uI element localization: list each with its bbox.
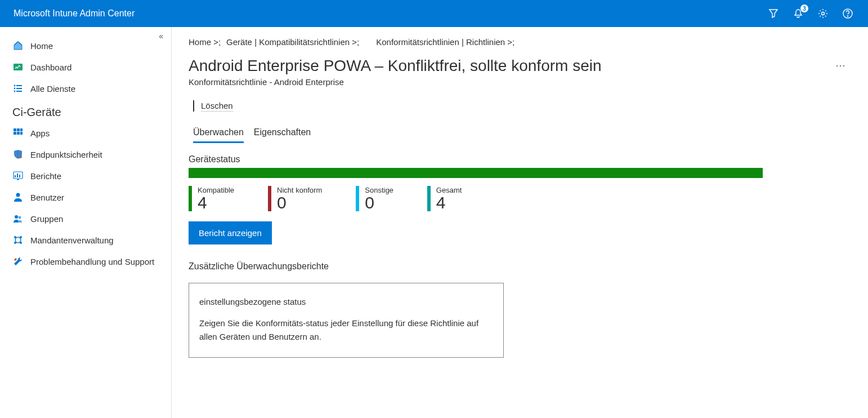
- sidebar-item-tenant[interactable]: Mandantenverwaltung: [0, 229, 171, 251]
- status-progress-bar: [189, 168, 763, 178]
- sidebar-item-label: Problembehandlung und Support: [30, 257, 154, 266]
- sidebar-item-label: Benutzer: [30, 193, 64, 202]
- svg-point-26: [14, 236, 16, 238]
- card-body: Zeigen Sie die Konformitäts-status jeder…: [199, 317, 493, 344]
- svg-rect-15: [20, 132, 23, 135]
- svg-point-4: [14, 85, 16, 87]
- sidebar-item-apps[interactable]: Apps: [0, 122, 171, 144]
- sidebar-item-alldienste[interactable]: Alle Dienste: [0, 78, 171, 99]
- settings-gear-icon[interactable]: [816, 7, 830, 20]
- sidebar-group-heading: Ci-Geräte: [0, 99, 171, 122]
- stat-value: 4: [436, 194, 462, 211]
- sidebar-item-label: Berichte: [30, 171, 61, 181]
- more-actions-icon[interactable]: ⋯: [830, 57, 851, 74]
- group-icon: [12, 213, 24, 224]
- breadcrumb-item[interactable]: Geräte | Kompatibilitätsrichtlinien >;: [226, 37, 359, 47]
- svg-rect-5: [16, 85, 22, 86]
- user-icon: [12, 192, 24, 203]
- wrench-icon: [12, 256, 24, 267]
- svg-rect-9: [16, 91, 22, 92]
- svg-rect-10: [14, 128, 16, 131]
- svg-point-23: [15, 215, 18, 219]
- sidebar-item-groups[interactable]: Gruppen: [0, 208, 171, 229]
- stat-stripe: [427, 186, 431, 211]
- sidebar-item-endpoint[interactable]: Endpunktsicherheit: [0, 144, 171, 165]
- tabs: Überwachen Eigenschaften: [189, 125, 851, 143]
- home-icon: [12, 40, 24, 51]
- svg-point-8: [14, 91, 16, 92]
- stat-stripe: [189, 186, 192, 211]
- stat-total: Gesamt 4: [427, 186, 462, 211]
- help-icon[interactable]: [841, 7, 854, 20]
- svg-rect-19: [17, 174, 18, 177]
- svg-point-24: [19, 216, 21, 219]
- svg-rect-12: [20, 128, 23, 131]
- svg-rect-18: [15, 175, 16, 177]
- notification-bell-icon[interactable]: 3: [791, 7, 805, 20]
- sidebar-item-home[interactable]: Home: [0, 35, 171, 56]
- svg-rect-13: [14, 132, 16, 135]
- notification-badge: 3: [800, 5, 808, 12]
- top-bar: Microsoft Intune Admin Center 3: [0, 0, 868, 27]
- delete-button[interactable]: Löschen: [201, 101, 233, 112]
- svg-point-0: [822, 12, 825, 15]
- shield-icon: [12, 149, 24, 160]
- sidebar-item-reports[interactable]: Berichte: [0, 165, 171, 186]
- stat-value: 0: [277, 194, 322, 211]
- tab-properties[interactable]: Eigenschaften: [254, 125, 311, 143]
- stat-noncompliant: Nicht konform 0: [268, 186, 322, 211]
- page-subtitle: Konformitätsrichtlinie - Android Enterpr…: [189, 77, 602, 87]
- svg-rect-7: [16, 88, 22, 89]
- stat-stripe: [268, 186, 271, 211]
- svg-point-27: [20, 236, 22, 238]
- stat-compatible: Kompatible 4: [189, 186, 234, 211]
- sidebar-item-label: Dashboard: [30, 63, 71, 72]
- main-content: Home >; Geräte | Kompatibilitätsrichtlin…: [172, 27, 868, 418]
- sidebar-item-label: Apps: [30, 128, 50, 138]
- sidebar-item-users[interactable]: Benutzer: [0, 186, 171, 208]
- apps-icon: [12, 127, 24, 139]
- tenant-icon: [12, 234, 24, 246]
- sidebar-item-support[interactable]: Problembehandlung und Support: [0, 251, 171, 272]
- app-title: Microsoft Intune Admin Center: [14, 8, 135, 19]
- filter-icon[interactable]: [767, 7, 780, 20]
- additional-reports-heading: Zusätzliche Überwachungsberichte: [189, 261, 851, 272]
- dashboard-icon: [12, 61, 24, 73]
- page-title: Android Enterprise POWA – Konfliktfrei, …: [189, 57, 602, 75]
- per-setting-status-card[interactable]: einstellungsbezogene status Zeigen Sie d…: [189, 283, 504, 358]
- svg-point-29: [20, 242, 22, 244]
- svg-rect-14: [17, 132, 20, 135]
- sidebar: « Home Dashboard Alle Dienste Ci-Geräte …: [0, 27, 172, 418]
- sidebar-item-label: Mandantenverwaltung: [30, 235, 114, 245]
- show-report-button[interactable]: Bericht anzeigen: [189, 221, 272, 244]
- stat-other: Sonstige 0: [356, 186, 393, 211]
- svg-point-25: [15, 237, 21, 243]
- collapse-sidebar-icon[interactable]: «: [159, 32, 163, 41]
- svg-rect-11: [17, 128, 20, 131]
- tab-monitor[interactable]: Überwachen: [193, 125, 244, 143]
- svg-point-22: [16, 193, 20, 197]
- device-status-heading: Gerätestatus: [189, 154, 851, 164]
- sidebar-item-label: Alle Dienste: [30, 84, 75, 94]
- svg-point-28: [14, 242, 16, 244]
- toolbar-separator: [193, 100, 194, 112]
- svg-point-6: [14, 88, 16, 90]
- svg-rect-20: [19, 175, 20, 177]
- card-title: einstellungsbezogene status: [199, 297, 493, 306]
- sidebar-item-dashboard[interactable]: Dashboard: [0, 56, 171, 78]
- breadcrumb-item[interactable]: Konformitätsrichtlinien | Richtlinien >;: [376, 37, 514, 47]
- breadcrumb: Home >; Geräte | Kompatibilitätsrichtlin…: [189, 37, 851, 47]
- stat-value: 4: [198, 194, 234, 211]
- sidebar-item-label: Gruppen: [30, 214, 63, 224]
- reports-icon: [12, 170, 24, 181]
- svg-point-2: [847, 16, 848, 16]
- device-status-stats: Kompatible 4 Nicht konform 0 Sonstige 0: [189, 186, 851, 211]
- stat-stripe: [356, 186, 359, 211]
- header-actions: 3: [767, 7, 854, 20]
- svg-rect-21: [17, 179, 19, 180]
- svg-point-16: [19, 155, 22, 158]
- list-icon: [12, 83, 24, 94]
- sidebar-item-label: Endpunktsicherheit: [30, 150, 102, 159]
- breadcrumb-item[interactable]: Home >;: [189, 37, 221, 47]
- sidebar-item-label: Home: [30, 41, 53, 51]
